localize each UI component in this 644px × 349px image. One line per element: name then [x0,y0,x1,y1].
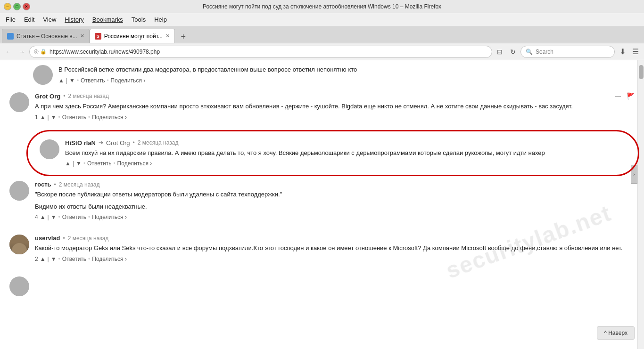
sidebar-collapse-button[interactable]: › [631,165,637,184]
histon-avatar [40,139,59,159]
menu-help[interactable]: Help [150,15,171,24]
uservlad-author: uservlad [35,235,60,242]
share-histon[interactable]: Поделиться › [117,160,152,167]
guest-body: гость • 2 месяца назад "Вскоре после пуб… [35,181,635,220]
grotorg-time-val: 2 месяца назад [68,93,109,99]
window-title: Россияне могут пойти под суд за отключен… [32,3,612,10]
upvote-guest[interactable]: ▲ [40,214,46,220]
reader-view-button[interactable]: ⊟ [494,46,505,57]
download-button[interactable]: ⬇ [617,46,628,57]
uservlad-time: 2 месяца назад [68,235,109,242]
lock-icon: 🔒 [40,49,47,55]
histon-author: HiStO rlaN [65,139,96,146]
grotorg-meta: Grot Org • 2 месяца назад — 🚩 [35,92,635,100]
titlebar: – □ ✕ Россияне могут пойти под суд за от… [0,0,644,13]
uservlad-meta: uservlad • 2 месяца назад [35,235,635,242]
downvote-intro[interactable]: ▼ [69,77,75,84]
downvote-grotorg[interactable]: ▼ [51,114,57,121]
reply-guest[interactable]: Ответить [62,214,86,220]
histon-body: HiStO rlaN ➔ Grot Org • 2 месяца назад В… [65,139,628,167]
grotorg-vote-count: 1 [35,114,38,121]
uservlad-body: uservlad • 2 месяца назад Какой-то модер… [35,235,635,262]
comment-next [9,276,635,301]
reply-grotorg[interactable]: Ответить [62,114,86,121]
scrollbar-thumb[interactable] [639,65,644,79]
grotorg-body: Grot Org • 2 месяца назад — 🚩 А при чем … [35,92,635,121]
grotorg-flag[interactable]: 🚩 [627,92,635,100]
minimize-button[interactable]: – [4,3,11,10]
addressbar: ← → 🛈 🔒 ⊟ ↻ 🔍 ⬇ ☰ [0,43,644,60]
share-grotorg[interactable]: Поделиться › [92,114,127,121]
reply-intro[interactable]: Ответить [81,77,105,84]
back-to-top-button[interactable]: ^ Наверх [597,326,635,340]
scrollbar[interactable] [637,60,644,349]
guest-text2: Видимо их ответы были неадекватные. [35,202,635,211]
menu-edit[interactable]: Edit [20,15,38,24]
tab-2-close[interactable]: ✕ [165,33,170,39]
histon-comment: HiStO rlaN ➔ Grot Org • 2 месяца назад В… [33,135,635,172]
share-uservlad[interactable]: Поделиться › [92,256,127,262]
tab-2[interactable]: S Россияне могут пойт... ✕ [90,29,175,43]
histon-dot: • [133,139,135,146]
search-input[interactable] [536,49,606,55]
downvote-guest[interactable]: ▼ [51,214,57,220]
tab-1[interactable]: Статья – Основные в... ✕ [2,29,90,43]
address-icons: 🛈 🔒 [33,49,47,55]
histon-actions: ▲ | ▼ • Ответить • Поделиться › [65,160,628,167]
upvote-grotorg[interactable]: ▲ [40,114,46,121]
intro-body: В Российской ветке ответили два модерато… [58,65,635,85]
share-intro[interactable]: Поделиться › [111,77,146,84]
grotorg-collapse[interactable]: — [615,93,621,99]
menu-view[interactable]: View [39,15,60,24]
uservlad-dot: • [63,235,65,242]
menu-bookmarks[interactable]: Bookmarks [89,15,127,24]
reload-button[interactable]: ↻ [507,46,519,57]
comment-intro: В Российской ветке ответили два модерато… [9,65,635,85]
guest-actions: 4 ▲ | ▼ • Ответить • Поделиться › [35,214,635,220]
histon-time: 2 месяца назад [138,139,179,146]
tab-2-favicon: S [95,33,101,40]
next-avatar [9,276,29,296]
next-body [35,276,635,296]
menu-tools[interactable]: Tools [128,15,149,24]
guest-meta: гость • 2 месяца назад [35,181,635,188]
menu-file[interactable]: File [2,15,19,24]
comment-uservlad: uservlad • 2 месяца назад Какой-то модер… [9,235,635,267]
close-button[interactable]: ✕ [23,3,30,10]
uservlad-actions: 2 ▲ | ▼ • Ответить • Поделиться › [35,256,635,262]
upvote-histon[interactable]: ▲ [65,160,71,167]
uservlad-vote-count: 2 [35,256,38,262]
uservlad-text: Какой-то модератор Geks или Seks что-то … [35,243,635,253]
guest-time: 2 месяца назад [59,181,100,188]
search-box[interactable]: 🔍 [520,46,615,58]
guest-vote-count: 4 [35,214,38,220]
info-icon: 🛈 [33,49,39,55]
back-button[interactable]: ← [3,46,14,57]
forward-button[interactable]: → [16,46,27,57]
histon-text: Всем похуй на их пидарские правила. А им… [65,148,628,158]
menu-history[interactable]: History [61,15,87,24]
reply-histon[interactable]: Ответить [87,160,111,167]
intro-avatar [33,65,53,85]
upvote-intro[interactable]: ▲ [58,77,64,84]
upvote-uservlad[interactable]: ▲ [40,256,46,262]
tab-2-label: Россияне могут пойт... [104,33,163,40]
menubar: File Edit View History Bookmarks Tools H… [0,13,644,26]
histon-meta: HiStO rlaN ➔ Grot Org • 2 месяца назад [65,139,628,146]
share-guest[interactable]: Поделиться › [92,214,127,220]
address-input[interactable] [50,49,488,55]
new-tab-button[interactable]: + [177,31,190,43]
hamburger-menu-button[interactable]: ☰ [630,46,641,57]
downvote-histon[interactable]: ▼ [76,160,82,167]
uservlad-avatar [9,235,29,254]
guest-author: гость [35,181,51,188]
maximize-button[interactable]: □ [13,3,21,10]
comment-guest: гость • 2 месяца назад "Вскоре после пуб… [9,181,635,225]
tab-1-favicon [7,33,14,40]
histon-arrow: ➔ [99,139,103,146]
grotorg-avatar [9,92,29,112]
tab-1-close[interactable]: ✕ [80,33,84,39]
downvote-uservlad[interactable]: ▼ [51,256,57,262]
reply-uservlad[interactable]: Ответить [62,256,86,262]
address-box[interactable]: 🛈 🔒 [29,46,492,58]
